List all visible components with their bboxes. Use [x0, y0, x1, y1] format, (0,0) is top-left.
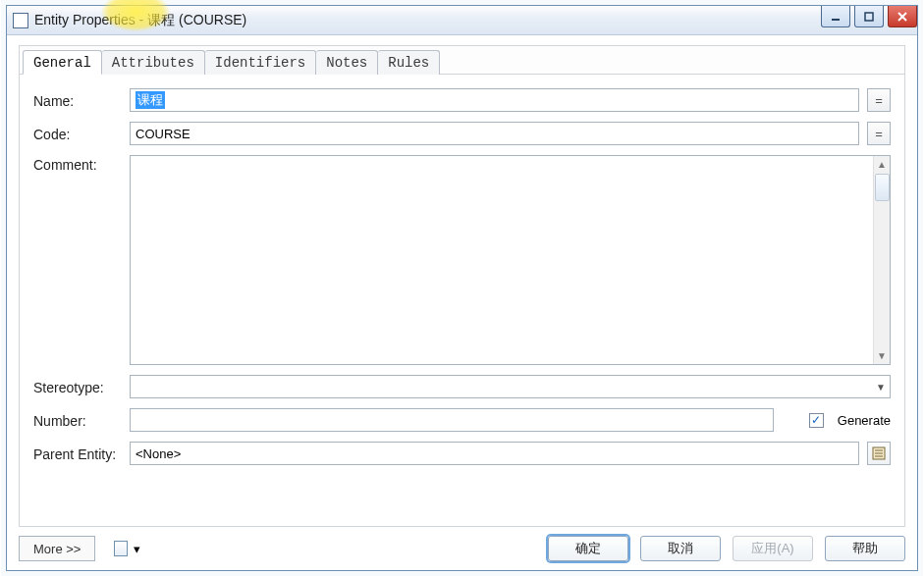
- maximize-button[interactable]: [854, 6, 884, 27]
- field-number: ✓ Generate: [130, 408, 891, 432]
- label-code: Code:: [33, 125, 130, 142]
- tab-attributes[interactable]: Attributes: [102, 50, 205, 75]
- row-parent-entity: Parent Entity:: [33, 442, 891, 465]
- field-parent-entity: [130, 442, 891, 465]
- window-title: Entity Properties - 课程 (COURSE): [34, 12, 246, 29]
- window-buttons: [817, 6, 917, 27]
- field-code: =: [130, 122, 891, 145]
- field-stereotype: ▼: [130, 375, 891, 398]
- dialog-footer: More >> ▾ 确定 取消 应用(A) 帮助: [19, 533, 905, 564]
- apply-button[interactable]: 应用(A): [733, 536, 813, 561]
- label-comment: Comment:: [33, 155, 130, 173]
- tab-notes[interactable]: Notes: [316, 50, 378, 75]
- properties-icon: [872, 446, 886, 460]
- dialog-window: Entity Properties - 课程 (COURSE) General …: [6, 5, 918, 571]
- ok-button[interactable]: 确定: [548, 536, 628, 561]
- name-equals-button[interactable]: =: [867, 88, 891, 112]
- minimize-icon: [830, 11, 842, 23]
- maximize-icon: [863, 11, 875, 23]
- tab-body-general: Name: 课程 = Code: =: [20, 75, 904, 485]
- more-button[interactable]: More >>: [19, 536, 95, 561]
- close-icon: [897, 11, 908, 23]
- scroll-up-icon[interactable]: ▲: [874, 156, 891, 173]
- equals-icon: =: [875, 127, 883, 141]
- name-selected-text: 课程: [136, 91, 165, 109]
- tab-rules[interactable]: Rules: [378, 50, 440, 75]
- document-icon: [114, 541, 128, 556]
- app-icon: [13, 13, 28, 28]
- cancel-button[interactable]: 取消: [640, 536, 721, 561]
- footer-right: 确定 取消 应用(A) 帮助: [548, 536, 905, 561]
- row-name: Name: 课程 =: [33, 88, 891, 112]
- row-stereotype: Stereotype: ▼: [33, 375, 891, 398]
- chevron-down-icon: ▾: [134, 542, 140, 556]
- label-number: Number:: [33, 411, 130, 429]
- tab-identifiers[interactable]: Identifiers: [205, 50, 316, 75]
- number-input[interactable]: [130, 408, 774, 432]
- tab-general[interactable]: General: [23, 50, 102, 75]
- row-number: Number: ✓ Generate: [33, 408, 891, 432]
- field-name: 课程 =: [130, 88, 891, 112]
- chevron-down-icon: ▼: [876, 382, 886, 393]
- titlebar: Entity Properties - 课程 (COURSE): [7, 6, 917, 35]
- label-generate: Generate: [838, 413, 891, 428]
- footer-left: More >> ▾: [19, 536, 149, 561]
- close-button[interactable]: [888, 6, 917, 27]
- code-input[interactable]: [130, 122, 859, 145]
- code-equals-button[interactable]: =: [867, 122, 891, 145]
- doc-menu-button[interactable]: ▾: [105, 536, 149, 561]
- check-icon: ✓: [811, 414, 821, 426]
- name-input[interactable]: 课程: [130, 88, 859, 112]
- help-button[interactable]: 帮助: [825, 536, 905, 561]
- row-comment: Comment: ▲ ▼: [33, 155, 891, 365]
- parent-entity-browse-button[interactable]: [867, 442, 891, 465]
- label-name: Name:: [33, 91, 130, 109]
- minimize-button[interactable]: [821, 6, 850, 27]
- generate-checkbox[interactable]: ✓: [809, 413, 824, 428]
- label-stereotype: Stereotype:: [33, 378, 130, 395]
- equals-icon: =: [875, 93, 883, 108]
- scroll-down-icon[interactable]: ▼: [874, 347, 891, 364]
- parent-entity-input[interactable]: [130, 442, 859, 465]
- tab-strip: General Attributes Identifiers Notes Rul…: [20, 46, 904, 75]
- comment-textarea[interactable]: ▲ ▼: [130, 155, 891, 365]
- svg-rect-1: [865, 13, 873, 21]
- field-comment: ▲ ▼: [130, 155, 891, 365]
- label-parent-entity: Parent Entity:: [33, 445, 130, 462]
- row-code: Code: =: [33, 122, 891, 145]
- comment-scrollbar[interactable]: ▲ ▼: [873, 156, 890, 364]
- stereotype-combo[interactable]: ▼: [130, 375, 891, 398]
- content-frame: General Attributes Identifiers Notes Rul…: [19, 45, 905, 527]
- scroll-thumb[interactable]: [875, 174, 890, 201]
